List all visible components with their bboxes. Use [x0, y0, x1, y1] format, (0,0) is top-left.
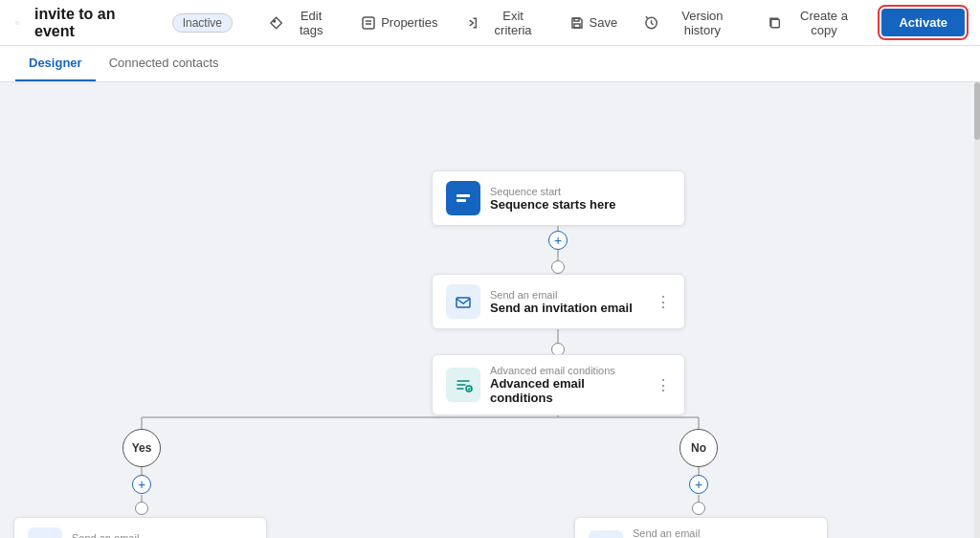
header: invite to an event Inactive Edit tags Pr…	[0, 0, 980, 46]
back-button[interactable]	[15, 21, 19, 25]
svg-rect-5	[574, 18, 579, 21]
add-step-yes-button[interactable]: +	[132, 475, 151, 494]
edit-tags-button[interactable]: Edit tags	[263, 5, 340, 41]
save-button[interactable]: Save	[564, 11, 624, 34]
status-badge: Inactive	[172, 13, 233, 33]
add-step-1-button[interactable]: +	[548, 231, 568, 250]
connector-circle-1	[551, 260, 565, 274]
yes-branch-label: Yes	[122, 429, 161, 467]
follow-up-node: Send an email Follow up email for the ev…	[574, 517, 828, 538]
svg-rect-4	[574, 24, 580, 28]
send-invitation-node: Send an email Send an invitation email ⋮	[432, 274, 685, 329]
advanced-conditions-title: Advanced email conditions	[490, 376, 646, 405]
send-invitation-menu[interactable]: ⋮	[656, 293, 671, 311]
svg-rect-1	[363, 17, 374, 29]
advanced-conditions-node: Advanced email conditions Advanced email…	[432, 354, 685, 415]
connector-circle-yes	[135, 502, 148, 515]
svg-point-0	[274, 20, 276, 22]
properties-button[interactable]: Properties	[355, 11, 443, 34]
send-confirmation-node: Send an email Send a confirmation email …	[13, 517, 267, 538]
no-branch-label: No	[679, 429, 718, 467]
send-email-icon-2	[28, 527, 62, 538]
exit-criteria-button[interactable]: Exit criteria	[458, 5, 547, 41]
advanced-conditions-label: Advanced email conditions	[490, 365, 646, 376]
send-invitation-label: Send an email	[490, 289, 646, 301]
tab-designer[interactable]: Designer	[15, 46, 96, 81]
svg-rect-7	[771, 19, 780, 28]
add-step-no-button[interactable]: +	[689, 475, 708, 494]
sequence-start-icon	[446, 181, 480, 215]
send-confirmation-label: Send an email	[72, 532, 228, 539]
scrollbar-thumb[interactable]	[974, 82, 980, 140]
follow-up-label: Send an email	[633, 527, 789, 538]
svg-rect-28	[457, 298, 470, 307]
connector-circle-no	[692, 502, 705, 515]
version-history-button[interactable]: Version history	[638, 5, 746, 41]
tabs: Designer Connected contacts	[0, 46, 980, 82]
tab-connected-contacts[interactable]: Connected contacts	[96, 46, 233, 81]
send-email-icon-1	[446, 284, 480, 319]
svg-rect-26	[457, 194, 470, 197]
send-invitation-title: Send an invitation email	[490, 301, 646, 315]
canvas: Sequence start Sequence starts here + Se…	[0, 82, 980, 538]
svg-rect-27	[457, 199, 466, 202]
scrollbar-track	[974, 82, 980, 538]
activate-button[interactable]: Activate	[881, 9, 965, 36]
sequence-start-title: Sequence starts here	[490, 197, 671, 212]
header-actions: Edit tags Properties Exit criteria Save …	[263, 5, 965, 41]
page-title: invite to an event	[34, 6, 157, 40]
send-email-icon-3	[589, 530, 623, 538]
sequence-start-node: Sequence start Sequence starts here	[432, 170, 685, 226]
create-copy-button[interactable]: Create a copy	[762, 5, 866, 41]
sequence-start-label: Sequence start	[490, 186, 671, 197]
advanced-conditions-icon	[446, 368, 480, 402]
svg-point-29	[466, 386, 472, 392]
advanced-conditions-menu[interactable]: ⋮	[656, 376, 671, 394]
